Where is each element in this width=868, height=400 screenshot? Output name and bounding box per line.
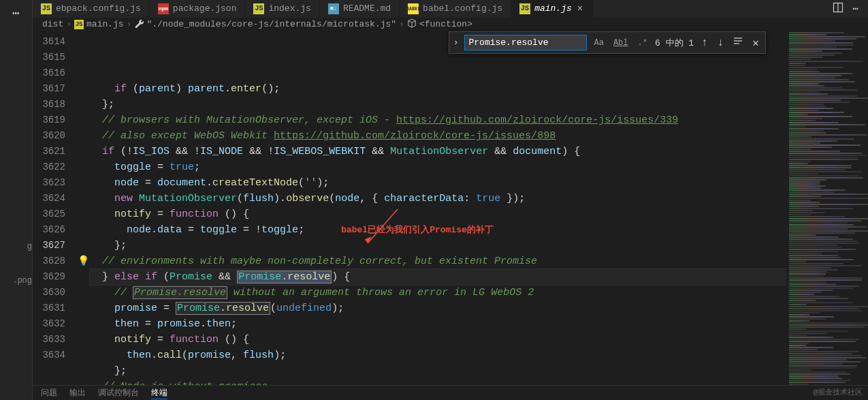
more-actions-icon[interactable]: ⋯	[853, 3, 858, 14]
tab-package-json[interactable]: npmpackage.json	[150, 0, 246, 18]
code-line[interactable]: if (!IS_IOS && !IS_NODE && !IS_WEBOS_WEB…	[90, 144, 786, 159]
tab-main-js[interactable]: JSmain.js×	[511, 0, 593, 18]
js-icon: JS	[519, 3, 530, 14]
code-line[interactable]: } else if (Promise && Promise.resolve) {	[90, 269, 786, 285]
code-line[interactable]: };	[90, 363, 786, 379]
panel-tab-1[interactable]: 输出	[69, 387, 86, 399]
annotation-text: babel已经为我们引入Promise的补丁	[341, 225, 494, 235]
editor-tabs: JSebpack.config.jsnpmpackage.jsonJSindex…	[33, 0, 868, 18]
find-widget: › Aa Abl .* 6 中的 1 ↑ ↓ ✕	[449, 31, 766, 54]
explorer-fragment-2: .png	[12, 276, 32, 286]
code-line[interactable]: toggle = true;	[90, 159, 786, 175]
code-line[interactable]: if (parent) parent.enter();	[90, 81, 786, 97]
breadcrumb-symbol[interactable]: <function>	[419, 19, 472, 29]
js-icon: JS	[41, 3, 52, 14]
code-line[interactable]: notify = function () {	[90, 206, 786, 222]
panel-tab-3[interactable]: 终端	[151, 387, 167, 399]
explorer-fragment-1: g	[27, 242, 32, 251]
find-expand-icon[interactable]: ›	[453, 37, 459, 48]
code-line[interactable]: then.call(promise, flush);	[90, 348, 786, 363]
code-area[interactable]: if (parent) parent.enter(); }; // browse…	[90, 31, 786, 400]
code-line[interactable]: // also except WebOS Webkit https://gith…	[90, 128, 786, 144]
breadcrumb[interactable]: dist › JS main.js › "./node_modules/core…	[33, 18, 868, 31]
match-word-icon[interactable]: Abl	[611, 37, 630, 49]
tab-actions: ⋯	[823, 0, 868, 18]
breadcrumb-path[interactable]: "./node_modules/core-js/internals/microt…	[146, 19, 396, 29]
watermark: @掘金技术社区	[813, 387, 863, 397]
code-line[interactable]: node.data = toggle = !toggle; babel已经为我们…	[90, 222, 786, 238]
code-line[interactable]: };	[90, 97, 786, 112]
tab-index-js[interactable]: JSindex.js	[245, 0, 319, 18]
split-editor-icon[interactable]	[833, 2, 843, 16]
code-line[interactable]: promise = Promise.resolve(undefined);	[90, 301, 786, 316]
activity-bar: ⋯ g .png	[0, 0, 33, 400]
code-line[interactable]: };	[90, 238, 786, 253]
breadcrumb-file[interactable]: main.js	[86, 19, 124, 29]
tab-README-md[interactable]: M↓README.md	[320, 0, 400, 18]
code-line[interactable]: 💡 // environments with maybe non-complet…	[90, 253, 786, 269]
find-count: 6 中的 1	[655, 37, 694, 49]
find-selection-icon[interactable]	[731, 36, 745, 49]
tab-ebpack-config-js[interactable]: JSebpack.config.js	[33, 0, 150, 18]
fold-column	[80, 31, 90, 400]
tab-label: README.md	[343, 3, 391, 14]
match-case-icon[interactable]: Aa	[592, 37, 606, 49]
babel-icon: BABEL	[408, 3, 419, 14]
js-icon: JS	[74, 20, 84, 29]
regex-icon[interactable]: .*	[636, 37, 649, 49]
code-line[interactable]: then = promise.then;	[90, 316, 786, 332]
panel-tabs: 问题输出调试控制台终端	[33, 385, 868, 400]
wrench-icon	[134, 18, 144, 31]
overflow-icon[interactable]: ⋯	[0, 5, 32, 20]
tab-label: ebpack.config.js	[56, 3, 141, 14]
code-line[interactable]: // browsers with MutationObserver, excep…	[90, 112, 786, 128]
minimap[interactable]	[786, 31, 868, 400]
code-line[interactable]: new MutationObserver(flush).observe(node…	[90, 191, 786, 206]
editor[interactable]: 3614361536163617361836193620362136223623…	[33, 31, 868, 400]
panel-tab-2[interactable]: 调试控制台	[98, 387, 139, 399]
tab-label: babel.config.js	[423, 3, 502, 14]
find-close-icon[interactable]: ✕	[750, 36, 761, 50]
find-next-icon[interactable]: ↓	[716, 37, 726, 49]
tab-label: package.json	[173, 3, 237, 14]
close-icon[interactable]: ×	[576, 3, 584, 14]
panel-tab-0[interactable]: 问题	[41, 387, 57, 399]
js-icon: JS	[253, 3, 264, 14]
code-line[interactable]: // Promise.resolve without an argument t…	[90, 285, 786, 301]
line-gutter: 3614361536163617361836193620362136223623…	[33, 31, 80, 400]
find-prev-icon[interactable]: ↑	[699, 37, 710, 49]
tab-babel-config-js[interactable]: BABELbabel.config.js	[400, 0, 511, 18]
tab-label: index.js	[268, 3, 310, 14]
find-input[interactable]	[464, 35, 587, 50]
code-line[interactable]: node = document.createTextNode('');	[90, 175, 786, 191]
cube-icon	[407, 18, 417, 31]
npm-icon: npm	[158, 3, 169, 14]
code-line[interactable]: notify = function () {	[90, 332, 786, 348]
breadcrumb-folder[interactable]: dist	[42, 19, 63, 29]
lightbulb-icon[interactable]: 💡	[78, 253, 89, 269]
md-icon: M↓	[328, 3, 339, 14]
tab-label: main.js	[534, 3, 572, 14]
